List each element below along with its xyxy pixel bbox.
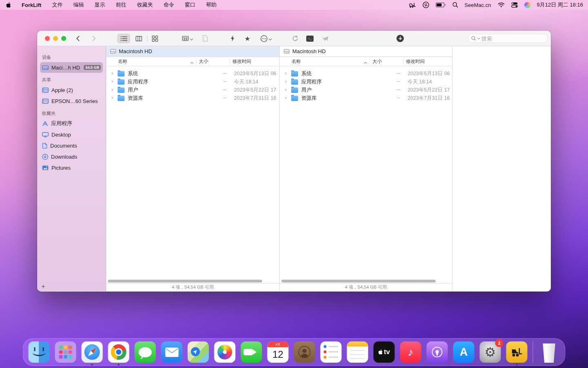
forward-button[interactable]	[90, 31, 98, 46]
disclosure-chevron-icon[interactable]: ›	[285, 78, 287, 84]
dock-system-preferences-icon[interactable]: ⚙ 2	[480, 341, 501, 363]
sidebar: 设备 Maci…h HD 54.5 GB 共享 Apple (2) EPSON……	[37, 46, 106, 291]
menu-window[interactable]: 窗口	[185, 1, 195, 9]
menubar-status-text[interactable]: SeeMac.cn	[465, 2, 491, 8]
file-row[interactable]: ›资源库--2023年7月31日 16	[106, 94, 279, 102]
menu-commands[interactable]: 命令	[163, 1, 174, 9]
search-scope-chevron-icon[interactable]	[477, 38, 480, 40]
dock-mail-icon[interactable]	[161, 341, 183, 363]
file-row[interactable]: ›系统--2023年5月13日 06	[280, 70, 452, 78]
disclosure-chevron-icon[interactable]: ›	[111, 86, 113, 92]
dock-forklift-icon[interactable]	[506, 341, 528, 363]
sidebar-item-pictures[interactable]: Pictures	[40, 162, 103, 173]
file-size: --	[370, 79, 400, 84]
wifi-icon[interactable]	[498, 2, 505, 8]
dock-finder-icon[interactable]	[29, 341, 50, 363]
sync-refresh-button[interactable]	[291, 31, 300, 46]
close-button[interactable]	[45, 36, 50, 41]
scrollbar-thumb[interactable]	[281, 280, 436, 283]
menu-file[interactable]: 文件	[52, 1, 62, 9]
menubar-app-name[interactable]: ForkLift	[22, 2, 41, 8]
sidebar-item-downloads[interactable]: Downloads	[40, 151, 103, 162]
download-activity-button[interactable]	[395, 31, 405, 46]
dock-chrome-icon[interactable]	[108, 341, 129, 363]
disclosure-chevron-icon[interactable]: ›	[285, 94, 287, 101]
horizontal-scrollbar[interactable]	[280, 278, 452, 283]
dock-trash-icon[interactable]	[539, 341, 560, 363]
column-size[interactable]: 大小	[372, 58, 382, 65]
list-view-button[interactable]	[117, 34, 130, 43]
sidebar-item-documents[interactable]: Documents	[40, 140, 103, 151]
menu-go[interactable]: 前往	[116, 1, 126, 9]
file-row[interactable]: ›用户--2023年5月22日 17	[106, 86, 279, 94]
more-options-button[interactable]	[259, 31, 273, 46]
sidebar-item-label: Apple (2)	[51, 87, 73, 93]
disclosure-chevron-icon[interactable]: ›	[285, 70, 287, 76]
file-row[interactable]: ›应用程序--今天 18:14	[280, 78, 452, 86]
dock-app-store-icon[interactable]: A	[453, 341, 474, 363]
sidebar-item-macintosh-hd[interactable]: Maci…h HD 54.5 GB	[40, 62, 103, 73]
preview-page-button[interactable]	[200, 31, 209, 46]
path-bar[interactable]: Macintosh HD	[280, 46, 452, 57]
siri-icon[interactable]	[524, 2, 530, 8]
menubar-clock[interactable]: 9月12日 周二 18:16	[537, 1, 583, 9]
sync-status-icon[interactable]	[423, 2, 429, 8]
dock-notes-icon[interactable]	[347, 341, 368, 363]
add-pane-button[interactable]: +	[40, 283, 47, 290]
menu-help[interactable]: 帮助	[206, 1, 216, 9]
dock-contacts-icon[interactable]	[294, 341, 315, 363]
search-input[interactable]	[481, 36, 535, 42]
column-date[interactable]: 修改时间	[406, 58, 425, 65]
dock-music-icon[interactable]: ♪	[400, 341, 421, 363]
disclosure-chevron-icon[interactable]: ›	[111, 70, 113, 76]
dock-messages-icon[interactable]	[135, 341, 156, 363]
scrollbar-thumb[interactable]	[108, 280, 262, 283]
dock-facetime-icon[interactable]	[241, 341, 262, 363]
dock-podcasts-icon[interactable]	[427, 341, 448, 363]
search-field[interactable]	[468, 34, 548, 43]
dock-apple-tv-icon[interactable]: tv	[374, 341, 395, 363]
battery-icon[interactable]	[436, 2, 446, 7]
terminal-button[interactable]: ›_	[305, 31, 314, 46]
dock-launchpad-icon[interactable]	[55, 341, 76, 363]
zoom-button[interactable]	[61, 36, 66, 41]
file-row[interactable]: ›系统--2023年5月13日 06	[106, 70, 279, 78]
sidebar-item-epson-series[interactable]: EPSON…60 Series	[40, 96, 103, 106]
path-bar[interactable]: Macintosh HD	[106, 46, 279, 57]
menu-view[interactable]: 显示	[94, 1, 105, 9]
dock-safari-icon[interactable]	[82, 341, 103, 363]
dock-calendar-icon[interactable]: 9月 12	[267, 341, 289, 363]
sidebar-item-desktop[interactable]: Desktop	[40, 129, 103, 140]
menu-favorites[interactable]: 收藏夹	[137, 1, 153, 9]
column-name[interactable]: 名称	[118, 58, 127, 65]
column-size[interactable]: 大小	[199, 58, 208, 65]
horizontal-scrollbar[interactable]	[106, 278, 279, 283]
apple-menu-icon[interactable]	[6, 2, 11, 8]
disclosure-chevron-icon[interactable]: ›	[111, 94, 113, 101]
group-sort-button[interactable]	[179, 31, 196, 46]
sidebar-item-applications[interactable]: 应用程序	[40, 118, 103, 129]
sidebar-item-apple-2[interactable]: Apple (2)	[40, 85, 103, 95]
minimize-button[interactable]	[53, 36, 58, 41]
dock-photos-icon[interactable]	[214, 341, 236, 363]
file-row[interactable]: ›用户--2023年5月22日 17	[280, 86, 452, 94]
column-name[interactable]: 名称	[292, 58, 301, 65]
icon-view-button[interactable]	[148, 31, 161, 46]
column-date[interactable]: 修改时间	[232, 58, 251, 65]
file-row[interactable]: ›资源库--2023年7月31日 16	[280, 94, 452, 102]
quick-actions-bolt-button[interactable]	[228, 31, 236, 46]
menu-edit[interactable]: 编辑	[73, 1, 84, 9]
control-center-icon[interactable]	[511, 2, 518, 8]
column-view-button[interactable]	[132, 31, 145, 46]
disclosure-chevron-icon[interactable]: ›	[111, 78, 113, 84]
forklift-status-icon[interactable]	[409, 2, 416, 8]
file-size: --	[196, 87, 227, 92]
back-button[interactable]	[74, 31, 81, 46]
favorites-star-button[interactable]: ★	[243, 31, 252, 46]
dock-maps-icon[interactable]	[188, 341, 209, 363]
spotlight-icon[interactable]	[452, 2, 458, 8]
dock-reminders-icon[interactable]	[321, 341, 342, 363]
file-row[interactable]: ›应用程序--今天 18:14	[106, 78, 279, 86]
disclosure-chevron-icon[interactable]: ›	[285, 86, 287, 92]
transfer-plane-button[interactable]	[320, 31, 330, 46]
